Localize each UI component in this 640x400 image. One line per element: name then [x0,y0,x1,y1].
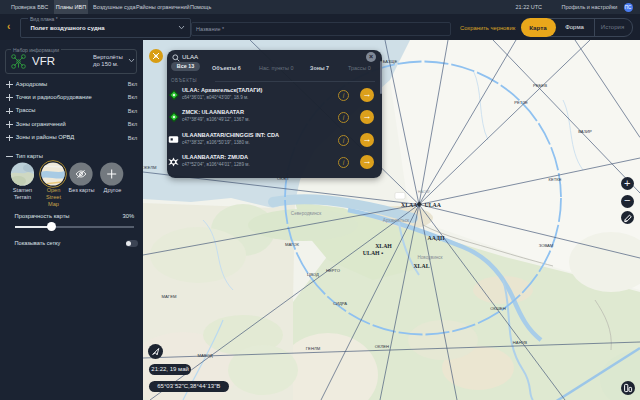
svg-text:МАВОД: МАВОД [198,353,213,358]
svg-text:НАОЗУ: НАОЗУ [418,190,431,194]
svg-text:XLAL: XLAL [413,263,429,269]
svg-text:МАГЕМ: МАГЕМ [162,294,177,299]
svg-text:ОКЛЕН: ОКЛЕН [375,344,389,349]
svg-text:ВАЗИР: ВАЗИР [578,129,592,134]
svg-text:ULAA: ULAA [425,202,442,208]
svg-text:ГЕНЛМ: ГЕНЛМ [306,346,321,351]
svg-text:НАНУВ: НАНУВ [513,340,528,345]
svg-text:ULAH ▪: ULAH ▪ [363,250,383,256]
svg-text:ЖЕЛМ: ЖЕЛМ [144,165,157,170]
svg-text:СИДРА: СИДРА [333,301,347,306]
svg-text:Архангельск: Архангельск [383,218,410,223]
svg-text:РЕБЕВ: РЕБЕВ [533,83,547,88]
svg-text:Северодвинск: Северодвинск [291,211,322,216]
svg-text:ЗОВАМ: ЗОВАМ [539,243,554,248]
svg-text:ЦВОД: ЦВОД [307,272,319,277]
svg-text:КЕТКЕ: КЕТКЕ [548,177,561,182]
svg-text:БАЗЩЕ: БАЗЩЕ [383,59,398,64]
svg-text:МАГОК: МАГОК [285,242,300,247]
svg-text:ОКШЕН: ОКШЕН [490,306,505,311]
svg-text:ААДП: ААДП [428,235,445,241]
svg-text:XLAA: XLAA [401,202,418,208]
svg-text:Новодвинск: Новодвинск [417,255,443,260]
svg-text:XLAH: XLAH [375,243,392,249]
svg-text:РЕТЗЕ: РЕТЗЕ [514,100,528,105]
svg-text:НЕРГО: НЕРГО [326,268,341,273]
